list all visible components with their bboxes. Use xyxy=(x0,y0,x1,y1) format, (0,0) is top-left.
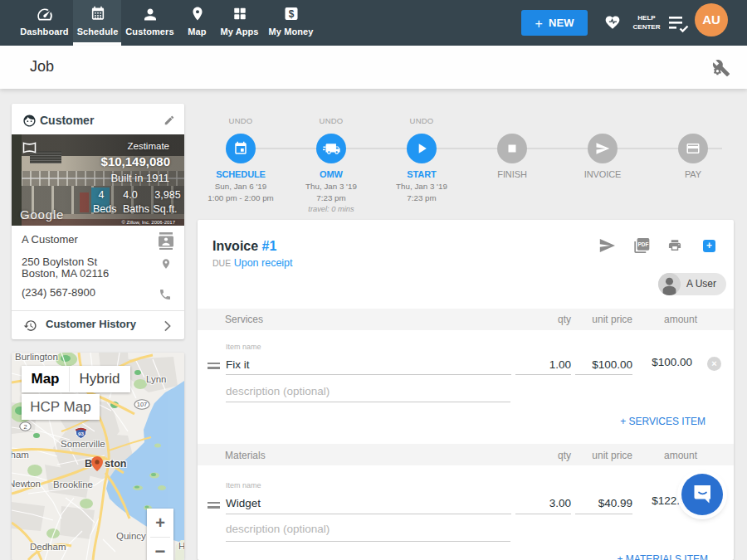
svg-text:PDF: PDF xyxy=(637,241,648,247)
svg-text:2: 2 xyxy=(23,423,27,431)
svg-text:93: 93 xyxy=(78,431,84,436)
svg-text:107: 107 xyxy=(137,401,148,408)
svg-text:$: $ xyxy=(288,8,294,20)
